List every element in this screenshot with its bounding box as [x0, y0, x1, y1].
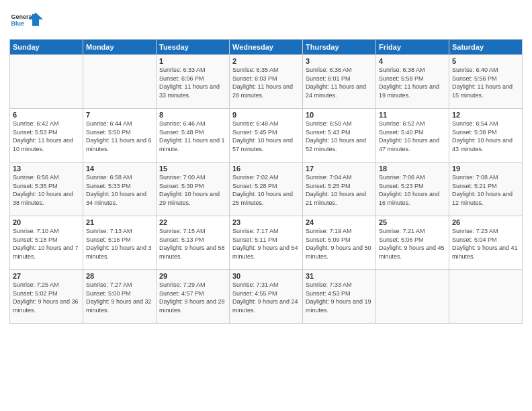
day-number: 25 — [379, 218, 446, 226]
day-cell: 19Sunrise: 7:08 AMSunset: 5:21 PMDayligh… — [449, 163, 523, 216]
day-info: Sunrise: 6:54 AMSunset: 5:38 PMDaylight:… — [452, 120, 519, 153]
day-info: Sunrise: 7:23 AMSunset: 5:04 PMDaylight:… — [452, 227, 519, 261]
day-info: Sunrise: 6:56 AMSunset: 5:35 PMDaylight:… — [13, 173, 80, 207]
calendar-table: SundayMondayTuesdayWednesdayThursdayFrid… — [9, 39, 523, 324]
day-info: Sunrise: 6:50 AMSunset: 5:43 PMDaylight:… — [306, 120, 373, 153]
day-cell: 27Sunrise: 7:25 AMSunset: 5:02 PMDayligh… — [10, 270, 83, 324]
day-cell: 2Sunrise: 6:35 AMSunset: 6:03 PMDaylight… — [230, 55, 303, 109]
day-number: 28 — [86, 272, 153, 280]
col-header-thursday: Thursday — [303, 40, 376, 55]
day-number: 6 — [13, 111, 80, 119]
day-cell — [376, 270, 449, 324]
day-number: 17 — [306, 165, 373, 173]
day-info: Sunrise: 6:36 AMSunset: 6:01 PMDaylight:… — [306, 66, 373, 99]
day-info: Sunrise: 6:44 AMSunset: 5:50 PMDaylight:… — [86, 120, 153, 153]
day-info: Sunrise: 7:04 AMSunset: 5:25 PMDaylight:… — [306, 173, 373, 207]
day-info: Sunrise: 7:31 AMSunset: 4:55 PMDaylight:… — [232, 281, 300, 314]
day-cell: 25Sunrise: 7:21 AMSunset: 5:06 PMDayligh… — [376, 216, 449, 270]
day-cell: 7Sunrise: 6:44 AMSunset: 5:50 PMDaylight… — [83, 109, 157, 163]
day-number: 19 — [452, 165, 519, 173]
day-info: Sunrise: 6:48 AMSunset: 5:45 PMDaylight:… — [232, 120, 300, 153]
day-number: 10 — [306, 111, 373, 119]
header: General Blue — [9, 7, 523, 34]
day-cell: 31Sunrise: 7:33 AMSunset: 4:53 PMDayligh… — [303, 270, 376, 324]
day-number: 27 — [13, 272, 80, 280]
day-cell: 29Sunrise: 7:29 AMSunset: 4:57 PMDayligh… — [157, 270, 230, 324]
col-header-saturday: Saturday — [449, 40, 523, 55]
day-number: 9 — [232, 111, 300, 119]
day-number: 3 — [306, 57, 373, 65]
day-cell: 23Sunrise: 7:17 AMSunset: 5:11 PMDayligh… — [230, 216, 303, 270]
col-header-tuesday: Tuesday — [157, 40, 230, 55]
day-info: Sunrise: 7:19 AMSunset: 5:09 PMDaylight:… — [306, 227, 373, 261]
day-cell: 17Sunrise: 7:04 AMSunset: 5:25 PMDayligh… — [303, 163, 376, 216]
day-number: 30 — [232, 272, 300, 280]
day-cell: 5Sunrise: 6:40 AMSunset: 5:56 PMDaylight… — [449, 55, 523, 109]
col-header-sunday: Sunday — [10, 40, 83, 55]
day-cell: 18Sunrise: 7:06 AMSunset: 5:23 PMDayligh… — [376, 163, 449, 216]
day-info: Sunrise: 7:06 AMSunset: 5:23 PMDaylight:… — [379, 173, 446, 207]
logo: General Blue — [9, 7, 43, 34]
day-info: Sunrise: 7:15 AMSunset: 5:13 PMDaylight:… — [159, 227, 226, 261]
day-cell — [83, 55, 157, 109]
day-number: 26 — [452, 218, 519, 226]
day-cell: 14Sunrise: 6:58 AMSunset: 5:33 PMDayligh… — [83, 163, 157, 216]
day-info: Sunrise: 7:02 AMSunset: 5:28 PMDaylight:… — [232, 173, 300, 207]
day-number: 4 — [379, 57, 446, 65]
day-number: 22 — [159, 218, 226, 226]
day-number: 23 — [232, 218, 300, 226]
day-cell: 1Sunrise: 6:33 AMSunset: 6:06 PMDaylight… — [157, 55, 230, 109]
day-info: Sunrise: 6:42 AMSunset: 5:53 PMDaylight:… — [13, 120, 80, 153]
day-cell: 22Sunrise: 7:15 AMSunset: 5:13 PMDayligh… — [157, 216, 230, 270]
week-row-3: 13Sunrise: 6:56 AMSunset: 5:35 PMDayligh… — [10, 163, 523, 216]
col-header-monday: Monday — [83, 40, 157, 55]
day-info: Sunrise: 7:27 AMSunset: 5:00 PMDaylight:… — [86, 281, 153, 314]
day-number: 14 — [86, 165, 153, 173]
col-header-friday: Friday — [376, 40, 449, 55]
day-info: Sunrise: 7:17 AMSunset: 5:11 PMDaylight:… — [232, 227, 300, 261]
col-header-wednesday: Wednesday — [230, 40, 303, 55]
svg-text:Blue: Blue — [11, 20, 25, 27]
week-row-2: 6Sunrise: 6:42 AMSunset: 5:53 PMDaylight… — [10, 109, 523, 163]
day-cell: 8Sunrise: 6:46 AMSunset: 5:48 PMDaylight… — [157, 109, 230, 163]
day-cell — [10, 55, 83, 109]
day-number: 31 — [306, 272, 373, 280]
week-row-4: 20Sunrise: 7:10 AMSunset: 5:18 PMDayligh… — [10, 216, 523, 270]
day-info: Sunrise: 7:25 AMSunset: 5:02 PMDaylight:… — [13, 281, 80, 314]
week-row-5: 27Sunrise: 7:25 AMSunset: 5:02 PMDayligh… — [10, 270, 523, 324]
day-number: 1 — [159, 57, 226, 65]
day-number: 20 — [13, 218, 80, 226]
day-cell: 13Sunrise: 6:56 AMSunset: 5:35 PMDayligh… — [10, 163, 83, 216]
day-info: Sunrise: 6:38 AMSunset: 5:58 PMDaylight:… — [379, 66, 446, 99]
logo-svg: General Blue — [9, 7, 43, 34]
day-number: 7 — [86, 111, 153, 119]
day-info: Sunrise: 7:33 AMSunset: 4:53 PMDaylight:… — [306, 281, 373, 314]
day-cell: 6Sunrise: 6:42 AMSunset: 5:53 PMDaylight… — [10, 109, 83, 163]
day-number: 5 — [452, 57, 519, 65]
day-info: Sunrise: 7:21 AMSunset: 5:06 PMDaylight:… — [379, 227, 446, 261]
day-number: 8 — [159, 111, 226, 119]
day-info: Sunrise: 6:52 AMSunset: 5:40 PMDaylight:… — [379, 120, 446, 153]
day-number: 12 — [452, 111, 519, 119]
day-cell: 30Sunrise: 7:31 AMSunset: 4:55 PMDayligh… — [230, 270, 303, 324]
day-number: 24 — [306, 218, 373, 226]
day-info: Sunrise: 6:58 AMSunset: 5:33 PMDaylight:… — [86, 173, 153, 207]
day-cell: 9Sunrise: 6:48 AMSunset: 5:45 PMDaylight… — [230, 109, 303, 163]
day-number: 29 — [159, 272, 226, 280]
day-number: 2 — [232, 57, 300, 65]
day-info: Sunrise: 7:10 AMSunset: 5:18 PMDaylight:… — [13, 227, 80, 261]
day-info: Sunrise: 6:33 AMSunset: 6:06 PMDaylight:… — [159, 66, 226, 99]
day-cell: 28Sunrise: 7:27 AMSunset: 5:00 PMDayligh… — [83, 270, 157, 324]
day-cell: 24Sunrise: 7:19 AMSunset: 5:09 PMDayligh… — [303, 216, 376, 270]
day-cell: 16Sunrise: 7:02 AMSunset: 5:28 PMDayligh… — [230, 163, 303, 216]
day-number: 13 — [13, 165, 80, 173]
day-cell: 12Sunrise: 6:54 AMSunset: 5:38 PMDayligh… — [449, 109, 523, 163]
day-cell: 11Sunrise: 6:52 AMSunset: 5:40 PMDayligh… — [376, 109, 449, 163]
day-info: Sunrise: 6:40 AMSunset: 5:56 PMDaylight:… — [452, 66, 519, 99]
day-cell: 4Sunrise: 6:38 AMSunset: 5:58 PMDaylight… — [376, 55, 449, 109]
day-info: Sunrise: 7:29 AMSunset: 4:57 PMDaylight:… — [159, 281, 226, 314]
week-row-1: 1Sunrise: 6:33 AMSunset: 6:06 PMDaylight… — [10, 55, 523, 109]
day-number: 18 — [379, 165, 446, 173]
day-cell: 10Sunrise: 6:50 AMSunset: 5:43 PMDayligh… — [303, 109, 376, 163]
day-info: Sunrise: 7:00 AMSunset: 5:30 PMDaylight:… — [159, 173, 226, 207]
